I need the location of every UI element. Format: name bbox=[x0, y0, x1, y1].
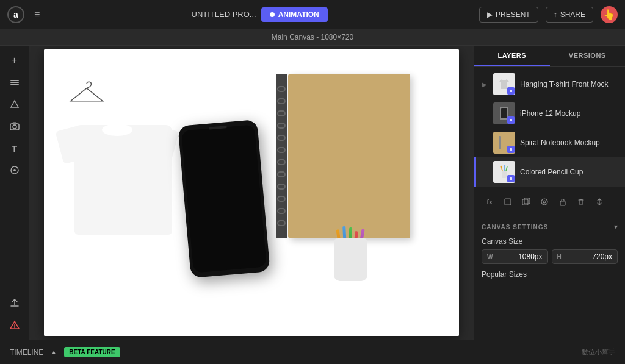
canvas-size-label: Canvas Size bbox=[482, 237, 618, 246]
width-input-group[interactable]: W 1080px bbox=[482, 249, 548, 264]
svg-rect-17 bbox=[510, 119, 512, 121]
svg-point-5 bbox=[13, 125, 16, 129]
animation-button[interactable]: ANIMATION bbox=[261, 7, 328, 22]
right-panel: LAYERS VERSIONS ▶ Hanging T-shirt bbox=[474, 46, 625, 340]
topbar-title-area: UNTITLED PRO... ANIMATION bbox=[47, 7, 472, 22]
user-avatar[interactable]: 👆 bbox=[601, 6, 618, 23]
layers-list: ▶ Hanging T-shirt Front Mock bbox=[474, 67, 625, 189]
layer-item-iphone[interactable]: iPhone 12 Mockup bbox=[474, 99, 625, 128]
size-inputs: W 1080px H 720px bbox=[482, 249, 618, 264]
canvas-settings: CANVAS SETTINGS ▾ Canvas Size W 1080px H… bbox=[474, 215, 625, 286]
height-label: H bbox=[557, 254, 562, 260]
project-title: UNTITLED PRO... bbox=[192, 10, 256, 19]
layer-actions: fx bbox=[474, 189, 625, 215]
copy-action-button[interactable] bbox=[518, 194, 534, 210]
tshirt-mockup bbox=[68, 80, 178, 214]
layer-name-notebook: Spiral Notebook Mockup bbox=[520, 138, 619, 147]
svg-rect-21 bbox=[510, 148, 512, 151]
layer-badge-tshirt bbox=[507, 87, 515, 95]
svg-marker-3 bbox=[11, 101, 18, 107]
height-input-group[interactable]: H 720px bbox=[552, 249, 618, 264]
effects-button[interactable] bbox=[5, 160, 24, 180]
left-toolbar: + T bbox=[0, 46, 29, 340]
upload-button[interactable] bbox=[5, 293, 24, 313]
svg-rect-29 bbox=[522, 199, 528, 205]
phone-screen bbox=[181, 124, 267, 273]
camera-button[interactable] bbox=[5, 116, 24, 136]
phone-mockup bbox=[178, 120, 270, 278]
svg-rect-33 bbox=[560, 201, 565, 205]
settings-header: CANVAS SETTINGS ▾ bbox=[482, 223, 618, 231]
tab-versions[interactable]: VERSIONS bbox=[550, 46, 626, 66]
svg-point-11 bbox=[14, 327, 15, 329]
svg-rect-13 bbox=[510, 90, 512, 92]
ring-9 bbox=[277, 184, 286, 190]
layer-item-pencil-cup[interactable]: Colored Pencil Cup bbox=[474, 157, 625, 187]
timeline-watermark: 數位小幫手 bbox=[582, 348, 615, 357]
panel-tabs: LAYERS VERSIONS bbox=[474, 46, 625, 67]
canvas-frame bbox=[44, 49, 459, 336]
svg-point-31 bbox=[541, 199, 547, 205]
layers-button[interactable] bbox=[5, 73, 24, 92]
lock-action-button[interactable] bbox=[555, 194, 571, 210]
shapes-button[interactable] bbox=[5, 95, 24, 114]
layer-thumb-iphone bbox=[493, 102, 515, 124]
settings-expand-icon[interactable]: ▾ bbox=[614, 223, 618, 231]
topbar: a ≡ UNTITLED PRO... ANIMATION ▶ PRESENT … bbox=[0, 0, 625, 29]
text-button[interactable]: T bbox=[5, 138, 24, 158]
animation-dot bbox=[270, 12, 275, 17]
notebook-spine bbox=[276, 74, 287, 238]
target-action-button[interactable] bbox=[536, 194, 552, 210]
ring-4 bbox=[277, 123, 286, 129]
svg-rect-30 bbox=[524, 198, 530, 204]
ring-2 bbox=[277, 98, 286, 104]
svg-rect-1 bbox=[10, 82, 19, 83]
page-action-button[interactable] bbox=[500, 194, 516, 210]
layer-thumb-notebook bbox=[493, 132, 515, 154]
ring-6 bbox=[277, 147, 286, 153]
width-label: W bbox=[487, 254, 493, 260]
share-button[interactable]: ↑ SHARE bbox=[546, 7, 593, 23]
layer-badge-iphone bbox=[507, 116, 515, 124]
notebook-mockup bbox=[276, 74, 410, 238]
add-button[interactable]: + bbox=[5, 51, 24, 70]
ring-3 bbox=[277, 110, 286, 116]
alert-button[interactable] bbox=[5, 315, 24, 335]
layer-badge-notebook bbox=[507, 146, 515, 153]
hanger-icon bbox=[68, 80, 105, 104]
svg-point-8 bbox=[13, 169, 16, 171]
svg-line-23 bbox=[501, 166, 502, 171]
main-area: + T bbox=[0, 46, 625, 340]
menu-icon[interactable]: ≡ bbox=[34, 9, 40, 20]
width-value: 1080px bbox=[495, 252, 542, 261]
canvas-area[interactable] bbox=[29, 46, 474, 340]
delete-action-button[interactable] bbox=[573, 194, 589, 210]
timeline-chevron-icon[interactable]: ▲ bbox=[51, 349, 57, 355]
layer-item-notebook[interactable]: Spiral Notebook Mockup bbox=[474, 128, 625, 157]
ring-12 bbox=[277, 220, 286, 226]
canvas-subtitle: Main Canvas - 1080×720 bbox=[0, 29, 625, 46]
settings-title: CANVAS SETTINGS bbox=[482, 224, 548, 230]
layer-thumb-tshirt bbox=[493, 73, 515, 95]
cup-body bbox=[334, 238, 367, 281]
fx-button[interactable]: fx bbox=[482, 194, 497, 210]
timeline-bar: TIMELINE ▲ BETA FEATURE 數位小幫手 bbox=[0, 340, 625, 364]
layer-thumb-pencil-cup bbox=[493, 161, 515, 183]
layer-name-pencil-cup: Colored Pencil Cup bbox=[520, 168, 619, 176]
arrange-action-button[interactable] bbox=[591, 194, 607, 210]
tab-layers[interactable]: LAYERS bbox=[474, 46, 550, 66]
present-button[interactable]: ▶ PRESENT bbox=[479, 7, 538, 23]
svg-rect-22 bbox=[502, 171, 507, 178]
tshirt-collar bbox=[102, 124, 132, 136]
app-logo[interactable]: a bbox=[7, 6, 24, 23]
timeline-label: TIMELINE bbox=[10, 348, 43, 357]
svg-rect-15 bbox=[501, 108, 507, 118]
share-icon: ↑ bbox=[554, 10, 557, 19]
pencil-cup-mockup bbox=[334, 238, 370, 299]
layer-item-tshirt[interactable]: ▶ Hanging T-shirt Front Mock bbox=[474, 70, 625, 99]
popular-sizes-label: Popular Sizes bbox=[482, 270, 618, 279]
layer-badge-pencil-cup bbox=[507, 175, 515, 182]
svg-rect-0 bbox=[10, 80, 19, 81]
notebook-cover bbox=[288, 74, 410, 238]
ring-10 bbox=[277, 196, 286, 202]
